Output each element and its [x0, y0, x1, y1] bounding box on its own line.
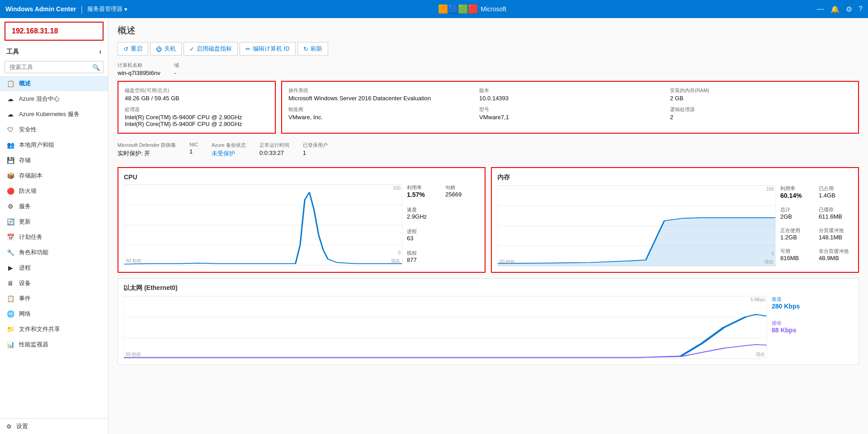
- cpu-usage-field: 利用率 1.57%: [407, 184, 441, 198]
- logical-processors-field: 逻辑处理器 2: [670, 106, 852, 121]
- edit-id-button[interactable]: ✏ 编辑计算机 ID: [240, 42, 296, 56]
- cpu-usage-value: 1.57%: [407, 191, 441, 198]
- sidebar-item-firewall[interactable]: 🔴 防火墙: [0, 183, 108, 199]
- cpu-handles-label: 句柄: [445, 184, 479, 191]
- mem-inuse-field: 已占用 1.4GB: [819, 185, 853, 199]
- logged-users-value: 1: [303, 149, 328, 156]
- server-ip[interactable]: 192.168.31.18: [5, 22, 104, 41]
- sidebar-item-scheduled-tasks[interactable]: 📅 计划任务: [0, 229, 108, 245]
- scheduled-tasks-icon: 📅: [6, 233, 14, 241]
- network-inner: 5 Mbps 60 秒前 现在: [123, 296, 853, 359]
- nic-label: NIC: [189, 142, 198, 147]
- azure-value[interactable]: 未受保护: [212, 149, 246, 158]
- sidebar-item-label: 计划任务: [19, 233, 42, 241]
- services-icon: ⚙: [6, 202, 14, 210]
- defender-value: 实时保护: 开: [118, 149, 176, 158]
- disk-processor-card: 磁盘空间(可用/总共) 48.26 GB / 59.45 GB 处理器 Inte…: [118, 81, 276, 134]
- file-sharing-icon: 📁: [6, 325, 14, 333]
- cpu-stats: 利用率 1.57% 句柄 25669 速度 2.9GHz: [407, 184, 479, 266]
- sidebar-item-label: 性能监视器: [19, 341, 48, 349]
- mem-total-value: 2GB: [780, 213, 814, 220]
- sidebar-item-devices[interactable]: 🖥 设备: [0, 275, 108, 291]
- logical-processors-label: 逻辑处理器: [670, 106, 852, 113]
- sidebar-item-label: 服务: [19, 202, 31, 210]
- mem-cached-value: 611.6MB: [819, 213, 853, 220]
- processor-field: 处理器 Intel(R) Core(TM) i5-9400F CPU @ 2.9…: [125, 106, 269, 127]
- minimize-icon[interactable]: —: [817, 5, 824, 13]
- sidebar-item-perf-monitor[interactable]: 📊 性能监视器: [0, 337, 108, 352]
- sidebar-item-updates[interactable]: 🔄 更新: [0, 214, 108, 229]
- sidebar-item-label: 概述: [19, 79, 31, 88]
- mem-total-label: 总计: [780, 206, 814, 213]
- cpu-handles-field: 句柄 25669: [445, 184, 479, 198]
- shutdown-button[interactable]: ⏻ 关机: [150, 42, 182, 56]
- sidebar-item-storage-replica[interactable]: 📦 存储副本: [0, 168, 108, 183]
- processes-icon: ▶: [6, 264, 14, 272]
- sidebar-item-overview[interactable]: 📋 概述: [0, 76, 108, 91]
- mem-inuse2-label: 正在使用: [780, 227, 814, 234]
- disk-space-field: 磁盘空间(可用/总共) 48.26 GB / 59.45 GB: [125, 87, 269, 102]
- topbar-right: — 🔔 ⚙ ?: [817, 5, 863, 14]
- memory-stat-group-4: 可用 816MB 非分页缓冲池 48.9MB: [780, 248, 853, 261]
- model-value: VMware7,1: [479, 114, 661, 121]
- memory-title: 内存: [497, 173, 853, 182]
- cpu-usage-label: 利用率: [407, 184, 441, 191]
- sidebar-item-networking[interactable]: 🌐 网络: [0, 306, 108, 322]
- sidebar-item-azure-kubernetes[interactable]: ☁ Azure Kubernetes 服务: [0, 107, 108, 122]
- sidebar-item-storage[interactable]: 💾 存储: [0, 153, 108, 168]
- mem-pagepool-label: 分页缓冲池: [819, 227, 853, 234]
- cpu-speed-value: 2.9GHz: [407, 213, 479, 220]
- svg-marker-10: [498, 218, 775, 266]
- send-value: 280 Kbps: [772, 303, 853, 310]
- system-info-card: 操作系统 Microsoft Windows Server 2016 Datac…: [281, 81, 859, 134]
- sidebar-item-services[interactable]: ⚙ 服务: [0, 199, 108, 214]
- collapse-sidebar-button[interactable]: ‹: [99, 47, 102, 56]
- mem-pagepool-field: 分页缓冲池 148.1MB: [819, 227, 853, 241]
- sidebar-item-processes[interactable]: ▶ 进程: [0, 260, 108, 275]
- settings-bottom-icon: ⚙: [6, 423, 12, 430]
- manufacturer-label: 制造商: [288, 106, 470, 113]
- disk-space-value: 48.26 GB / 59.45 GB: [125, 95, 269, 102]
- search-input[interactable]: [5, 61, 104, 73]
- mem-inuse-value: 1.4GB: [819, 192, 853, 199]
- recv-field: 接收 88 Kbps: [772, 320, 853, 334]
- memory-chart-ymin: 0: [770, 250, 775, 257]
- help-icon[interactable]: ?: [859, 5, 863, 13]
- sidebar-item-label: Azure 混合中心: [19, 95, 60, 103]
- topbar-left: Windows Admin Center | 服务器管理器 ▾: [5, 5, 127, 14]
- sys-info-grid: 操作系统 Microsoft Windows Server 2016 Datac…: [288, 87, 852, 121]
- edit-icon: ✏: [245, 46, 250, 52]
- sidebar-item-local-users[interactable]: 👥 本地用户和组: [0, 137, 108, 153]
- mem-available-label: 可用: [780, 248, 814, 255]
- sidebar: 192.168.31.18 工具 ‹ 🔍 📋 概述 ☁ Azure 混合中心 ☁…: [0, 18, 108, 434]
- sidebar-item-label: 文件和文件共享: [19, 325, 60, 333]
- domain-value: -: [174, 70, 179, 76]
- sidebar-item-events[interactable]: 📋 事件: [0, 291, 108, 306]
- mem-pagepool-value: 148.1MB: [819, 234, 853, 241]
- enable-disk-button[interactable]: ✓ 启用磁盘指标: [184, 42, 238, 56]
- azure-hybrid-icon: ☁: [6, 95, 14, 103]
- sidebar-item-security[interactable]: 🛡 安全性: [0, 122, 108, 137]
- manufacturer-value: VMware, Inc.: [288, 114, 470, 121]
- refresh-button[interactable]: ↻ 刷新: [297, 42, 328, 56]
- sidebar-settings[interactable]: ⚙ 设置: [0, 418, 108, 434]
- memory-chart-svg: [498, 186, 775, 266]
- cpu-chart-area: 100 0 60 秒前 现在: [124, 184, 402, 266]
- uptime-label: 正常运行时间: [259, 142, 289, 149]
- sidebar-item-roles-features[interactable]: 🔧 角色和功能: [0, 245, 108, 260]
- sidebar-item-azure-hybrid[interactable]: ☁ Azure 混合中心: [0, 91, 108, 107]
- settings-icon[interactable]: ⚙: [846, 5, 852, 14]
- cpu-chart-ymin: 0: [396, 249, 402, 256]
- memory-chart-xlabel-right: 现在: [764, 259, 774, 265]
- os-field: 操作系统 Microsoft Windows Server 2016 Datac…: [288, 87, 470, 102]
- sidebar-search-container: 🔍: [5, 61, 104, 73]
- network-stats: 发送 280 Kbps 接收 88 Kbps: [772, 296, 853, 359]
- sidebar-item-label: 安全性: [19, 126, 37, 134]
- restart-button[interactable]: ↺ 重启: [118, 42, 148, 56]
- version-value: 10.0.14393: [479, 95, 661, 102]
- bell-icon[interactable]: 🔔: [830, 5, 840, 14]
- nic-field: NIC 1: [189, 142, 198, 158]
- sidebar-item-file-sharing[interactable]: 📁 文件和文件共享: [0, 322, 108, 337]
- server-manager-label[interactable]: 服务器管理器 ▾: [87, 5, 127, 13]
- status-bar: Microsoft Defender 防病毒 实时保护: 开 NIC 1 Azu…: [118, 138, 859, 162]
